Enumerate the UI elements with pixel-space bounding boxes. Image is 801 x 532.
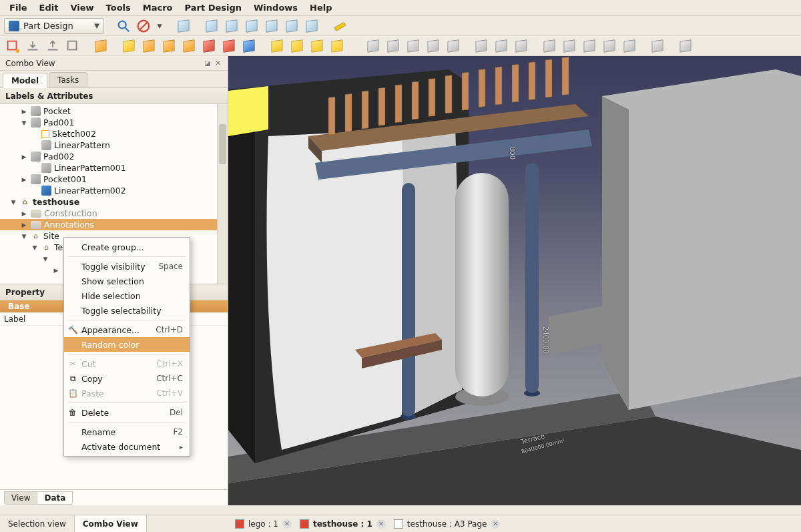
view-front-icon[interactable] (203, 17, 220, 35)
mirror-icon[interactable] (473, 37, 490, 55)
tree-item-label: Sketch002 (52, 129, 96, 139)
fillet-icon[interactable] (268, 37, 286, 55)
menu-item[interactable]: Activate document▸ (64, 439, 190, 454)
tree-twisty-icon[interactable]: ▼ (31, 244, 39, 251)
tree-twisty-icon[interactable]: ▼ (41, 256, 49, 262)
tree-item[interactable]: ▶Pocket001 (0, 174, 228, 185)
close-icon[interactable]: ✕ (491, 519, 500, 529)
menu-item[interactable]: Hide selection (64, 288, 190, 303)
tab-model[interactable]: Model (3, 73, 47, 88)
panel-controls-icon[interactable]: ◪ ✕ (204, 59, 222, 67)
view-iso-icon[interactable] (175, 17, 192, 35)
export-icon[interactable] (44, 37, 61, 55)
tree-item[interactable]: LinearPattern002 (0, 185, 228, 196)
tree-item[interactable]: ▶Pocket (0, 105, 228, 117)
shapestring-icon[interactable] (601, 37, 618, 55)
binder-icon[interactable] (621, 37, 638, 55)
groove-icon[interactable] (240, 37, 258, 55)
tree-item[interactable]: ▶Annotations (0, 219, 228, 230)
thickness-icon[interactable] (328, 37, 346, 55)
menu-edit[interactable]: Edit (34, 1, 64, 15)
menu-item[interactable]: 🔨Appearance...Ctrl+D (64, 322, 190, 337)
menu-item[interactable]: Toggle visibilitySpace (64, 259, 190, 274)
document-tab[interactable]: testhouse : 1✕ (300, 519, 386, 529)
tree-item[interactable]: LinearPattern001 (0, 162, 228, 174)
tree-item[interactable]: ▶Construction (0, 208, 228, 219)
document-tab[interactable]: lego : 1✕ (235, 519, 292, 529)
tree-twisty-icon[interactable]: ▶ (20, 154, 28, 160)
close-icon[interactable]: ✕ (282, 519, 292, 529)
menu-file[interactable]: File (4, 1, 33, 15)
menu-windows[interactable]: Windows (248, 1, 303, 15)
chamfer-icon[interactable] (288, 37, 306, 55)
tree-twisty-icon[interactable]: ▼ (20, 119, 28, 126)
tab-combo-view[interactable]: Combo View (75, 515, 147, 532)
measure-icon[interactable] (331, 17, 348, 35)
menu-item[interactable]: Random color (64, 337, 190, 352)
tree-item[interactable]: ▶Pad002 (0, 151, 228, 162)
datum-plane-icon[interactable] (649, 37, 666, 55)
tree-item[interactable]: LinearPattern (0, 140, 228, 151)
tree-twisty-icon[interactable]: ▶ (20, 108, 28, 115)
menu-help[interactable]: Help (304, 1, 337, 15)
menu-item[interactable]: Create group... (64, 240, 190, 254)
scale-icon[interactable] (561, 37, 578, 55)
arc-icon[interactable] (425, 37, 442, 55)
tree-twisty-icon[interactable]: ▶ (52, 267, 60, 274)
validate-icon[interactable] (64, 37, 81, 55)
wizard-icon[interactable] (677, 37, 694, 55)
pad-icon[interactable] (92, 37, 109, 55)
linear-pattern-icon[interactable] (493, 37, 510, 55)
draft-icon[interactable] (308, 37, 326, 55)
view-left-icon[interactable] (303, 17, 320, 35)
view-rear-icon[interactable] (263, 17, 280, 35)
tree-item[interactable]: ▼Pad001 (0, 117, 228, 128)
tab-view[interactable]: View (4, 491, 37, 505)
tree-twisty-icon[interactable]: ▶ (20, 222, 28, 228)
workbench-selector[interactable]: Part Design ▼ (4, 18, 104, 34)
document-tab[interactable]: testhouse : A3 Page✕ (394, 519, 501, 529)
menu-tools[interactable]: Tools (101, 1, 136, 15)
tree-twisty-icon[interactable]: ▼ (9, 199, 17, 206)
tree-scrollbar[interactable] (217, 104, 228, 284)
close-icon[interactable]: ✕ (376, 519, 386, 529)
new-sketch-icon[interactable] (4, 37, 21, 55)
circle-icon[interactable] (405, 37, 422, 55)
sweep-icon[interactable] (180, 37, 198, 55)
no-entry-icon[interactable] (135, 17, 152, 35)
cone-icon[interactable] (445, 37, 462, 55)
menu-item[interactable]: Toggle selectability (64, 303, 190, 318)
tab-data[interactable]: Data (37, 491, 73, 505)
menu-item[interactable]: 🗑DeleteDel (64, 405, 190, 420)
zoom-fit-icon[interactable] (115, 17, 132, 35)
revolve-icon[interactable] (140, 37, 158, 55)
menu-macro[interactable]: Macro (138, 1, 178, 15)
tree-twisty-icon[interactable]: ▶ (20, 210, 28, 217)
tab-selection-view[interactable]: Selection view (0, 515, 75, 532)
point-icon[interactable] (364, 37, 382, 55)
import-icon[interactable] (24, 37, 41, 55)
dropdown-arrow-icon[interactable]: ▼ (155, 17, 164, 35)
hole-icon[interactable] (220, 37, 238, 55)
boolean-icon[interactable] (541, 37, 558, 55)
menu-item[interactable]: RenameF2 (64, 425, 190, 439)
polar-pattern-icon[interactable] (513, 37, 530, 55)
menu-view[interactable]: View (65, 1, 99, 15)
pocket-icon[interactable] (200, 37, 218, 55)
multitransform-icon[interactable] (581, 37, 598, 55)
view-right-icon[interactable] (243, 17, 260, 35)
loft-icon[interactable] (160, 37, 178, 55)
menu-item[interactable]: Show selection (64, 274, 190, 288)
tree-twisty-icon[interactable]: ▶ (20, 176, 28, 183)
tab-tasks[interactable]: Tasks (49, 72, 87, 87)
line-icon[interactable] (384, 37, 402, 55)
tree-twisty-icon[interactable]: ▼ (20, 233, 28, 240)
view-top-icon[interactable] (223, 17, 240, 35)
3d-viewport[interactable]: 400.00656.061900.002400.00800Terrace8040… (228, 56, 801, 505)
tree-item[interactable]: Sketch002 (0, 128, 228, 140)
menu-item[interactable]: ⧉CopyCtrl+C (64, 371, 190, 386)
view-bottom-icon[interactable] (283, 17, 300, 35)
tree-item[interactable]: ▼⌂testhouse (0, 196, 228, 208)
layers-icon[interactable] (120, 37, 138, 55)
menu-partdesign[interactable]: Part Design (180, 1, 247, 15)
